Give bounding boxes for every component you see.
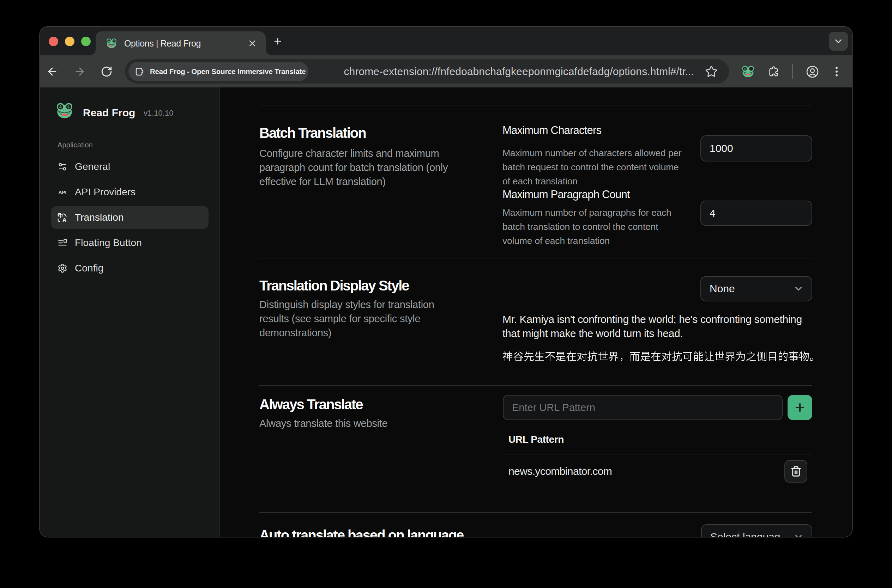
section-divider	[259, 258, 812, 258]
url-pattern-table-header: URL Pattern	[508, 435, 564, 444]
read-frog-logo	[56, 102, 73, 119]
sidebar-item-api-providers[interactable]: API Providers	[51, 181, 209, 203]
display-style-select[interactable]: None	[700, 276, 812, 302]
display-style-description: Distinguish display styles for translati…	[259, 297, 528, 340]
max-paragraph-label: Maximum Paragraph Count	[502, 189, 630, 200]
display-style-selected: None	[710, 283, 735, 295]
extension-chip-puzzle-icon	[134, 66, 145, 77]
browser-toolbar: Read Frog - Open Source Immersive Transl…	[40, 56, 852, 87]
menu-dots-icon[interactable]	[830, 65, 843, 78]
sidebar-item-general[interactable]: General	[51, 156, 209, 178]
sidebar-item-label: Floating Button	[75, 237, 142, 249]
floating-button-icon	[57, 238, 68, 248]
extensions-puzzle-icon[interactable]	[768, 66, 780, 78]
zoom-window-button[interactable]	[81, 37, 91, 46]
always-translate-description: Always translate this website	[259, 416, 528, 430]
max-characters-description: Maximum number of characters allowed per…	[502, 146, 693, 188]
auto-translate-placeholder: Select languag	[710, 531, 781, 537]
section-divider	[259, 105, 812, 105]
app-name: Read Frog	[83, 107, 135, 119]
sidebar-item-label: Config	[75, 262, 104, 274]
sidebar-item-floating-button[interactable]: Floating Button	[51, 232, 209, 254]
sample-translated-text	[502, 350, 824, 364]
url-text: chrome-extension://fnfedoabnchafgkeeponm…	[344, 66, 694, 78]
browser-tab[interactable]: Options | Read Frog	[96, 32, 266, 56]
address-bar[interactable]: Read Frog - Open Source Immersive Transl…	[125, 59, 729, 84]
tab-title: Options | Read Frog	[124, 38, 201, 49]
batch-section-title: Batch Translation	[259, 125, 366, 141]
max-characters-label: Maximum Characters	[502, 125, 601, 136]
table-header-divider	[503, 454, 812, 454]
chevron-down-icon	[793, 532, 804, 537]
sample-original-text: Mr. Kamiya isn't confronting the world; …	[502, 312, 820, 340]
url-pattern-input[interactable]	[503, 395, 783, 420]
section-divider	[259, 385, 812, 386]
sidebar-item-label: General	[75, 161, 110, 172]
display-style-title: Translation Display Style	[259, 278, 409, 293]
page-content: Read Frog v1.10.10 Application GeneralAP…	[40, 87, 852, 537]
sidebar-item-label: API Providers	[75, 186, 135, 198]
url-pattern-row-value: news.ycombinator.com	[508, 466, 612, 477]
tab-close-icon[interactable]	[247, 38, 257, 48]
max-paragraph-description: Maximum number of paragraphs for each ba…	[502, 206, 693, 248]
translate-icon	[57, 213, 68, 222]
close-window-button[interactable]	[49, 37, 58, 46]
auto-translate-select[interactable]: Select languag	[701, 524, 812, 537]
extension-chip-label: Read Frog - Open Source Immersive Transl…	[150, 68, 305, 76]
bookmark-star-icon[interactable]	[705, 65, 718, 78]
auto-translate-title: Auto translate based on language	[259, 527, 463, 537]
sidebar-nav: GeneralAPI ProvidersTranslationFloating …	[51, 156, 209, 282]
section-divider	[259, 512, 812, 513]
browser-window: Options | Read Frog Read Frog - Open Sou…	[40, 27, 852, 537]
sliders-icon	[57, 162, 68, 172]
always-translate-title: Always Translate	[259, 397, 363, 412]
tab-favicon-frog-icon	[106, 38, 117, 49]
back-icon[interactable]	[46, 66, 58, 78]
profile-icon[interactable]	[806, 65, 819, 78]
gear-icon	[57, 263, 68, 273]
sidebar-item-label: Translation	[75, 212, 124, 223]
forward-icon[interactable]	[74, 66, 86, 78]
app-version: v1.10.10	[144, 109, 173, 118]
new-tab-button[interactable]	[273, 36, 283, 46]
api-icon	[57, 187, 68, 197]
toolbar-divider	[792, 64, 793, 80]
delete-url-pattern-button[interactable]	[784, 460, 807, 483]
extension-name-chip[interactable]: Read Frog - Open Source Immersive Transl…	[128, 62, 308, 81]
settings-panel: Batch Translation Configure character li…	[220, 87, 852, 537]
read-frog-extension-icon[interactable]	[742, 65, 754, 78]
minimize-window-button[interactable]	[65, 37, 74, 46]
screen: Options | Read Frog Read Frog - Open Sou…	[0, 0, 892, 588]
sidebar-item-translation[interactable]: Translation	[51, 206, 209, 229]
tab-strip: Options | Read Frog	[40, 27, 852, 56]
plus-icon	[793, 401, 806, 414]
sidebar-group-label: Application	[57, 141, 93, 149]
chevron-down-icon	[793, 284, 804, 294]
batch-section-description: Configure character limits and maximum p…	[259, 146, 528, 189]
trash-icon	[790, 466, 802, 477]
sidebar-item-config[interactable]: Config	[51, 257, 209, 279]
max-paragraph-input[interactable]	[700, 201, 812, 226]
add-url-pattern-button[interactable]	[788, 395, 812, 420]
chevron-down-icon	[833, 36, 844, 46]
sidebar: Read Frog v1.10.10 Application GeneralAP…	[40, 87, 220, 537]
reload-icon[interactable]	[101, 66, 113, 78]
tab-search-chevron-button[interactable]	[829, 32, 848, 51]
traffic-lights	[49, 37, 91, 46]
max-characters-input[interactable]	[700, 135, 812, 162]
